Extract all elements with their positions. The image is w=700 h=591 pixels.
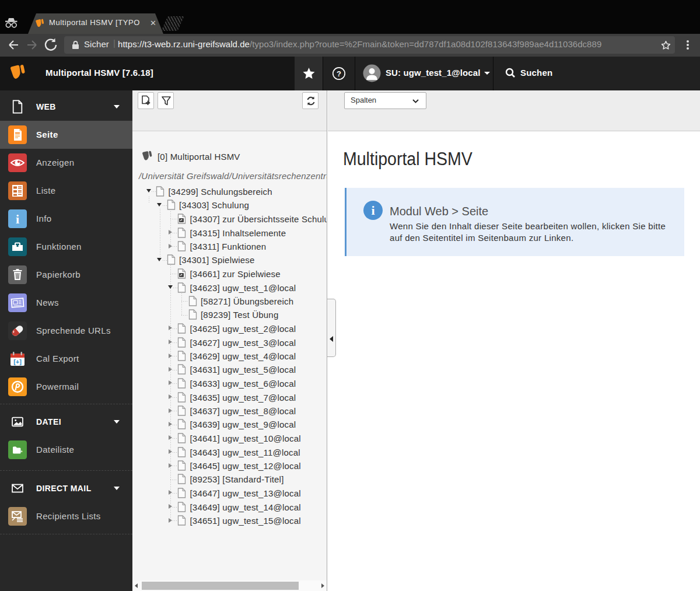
- svg-text:[+]: [+]: [13, 358, 22, 365]
- svg-text:i: i: [16, 212, 19, 226]
- svg-text:*: *: [20, 449, 23, 455]
- svg-text:?: ?: [337, 69, 341, 78]
